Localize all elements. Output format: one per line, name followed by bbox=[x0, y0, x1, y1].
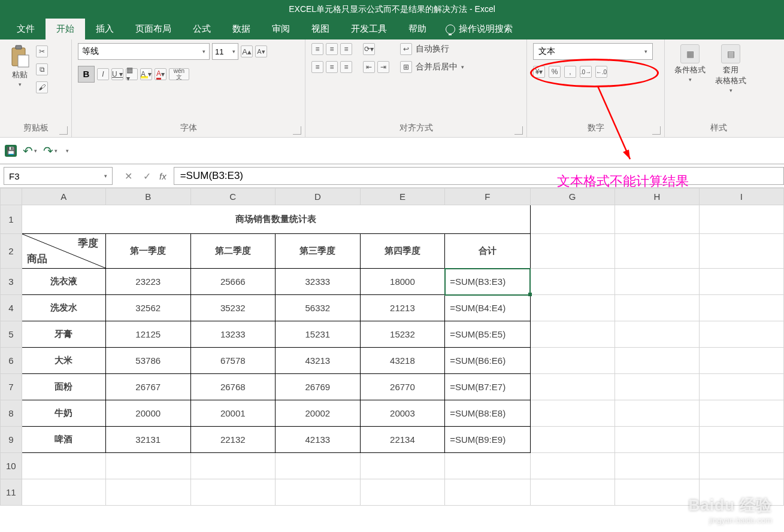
cell-I7[interactable] bbox=[699, 374, 783, 400]
menu-review[interactable]: 审阅 bbox=[261, 19, 301, 39]
border-button[interactable]: ▦ ▾ bbox=[126, 68, 138, 80]
cell-F5[interactable]: =SUM(B5:E5) bbox=[445, 321, 530, 348]
increase-font-button[interactable]: A▴ bbox=[241, 45, 253, 57]
cell-H10[interactable] bbox=[615, 453, 699, 479]
menu-home[interactable]: 开始 bbox=[46, 19, 85, 39]
formula-input[interactable]: =SUM(B3:E3) bbox=[174, 167, 784, 185]
cell-G4[interactable] bbox=[530, 295, 615, 321]
cut-button[interactable]: ✂ bbox=[36, 45, 48, 57]
col-header-C[interactable]: C bbox=[190, 189, 276, 205]
align-middle-button[interactable]: ≡ bbox=[326, 43, 338, 55]
cell-E6[interactable]: 43218 bbox=[360, 348, 445, 374]
cell-E5[interactable]: 15232 bbox=[360, 321, 445, 348]
cell-C9[interactable]: 22132 bbox=[190, 427, 276, 453]
cell-H5[interactable] bbox=[615, 321, 699, 348]
decrease-decimal-button[interactable]: ←.0 bbox=[595, 66, 607, 78]
cell-D9[interactable]: 42133 bbox=[276, 427, 361, 453]
cell-A7[interactable]: 面粉 bbox=[22, 374, 105, 400]
launcher-icon[interactable] bbox=[652, 126, 661, 135]
underline-button[interactable]: U ▾ bbox=[111, 68, 123, 80]
cancel-formula-button[interactable]: ✕ bbox=[125, 171, 132, 182]
percent-button[interactable]: % bbox=[549, 66, 561, 78]
cell-F3[interactable]: =SUM(B3:E3) bbox=[445, 269, 530, 295]
cell-I3[interactable] bbox=[699, 269, 783, 295]
cell-C2[interactable]: 第二季度 bbox=[190, 234, 276, 269]
cell-B5[interactable]: 12125 bbox=[105, 321, 190, 348]
menu-help[interactable]: 帮助 bbox=[398, 19, 437, 39]
tell-me-search[interactable]: 操作说明搜索 bbox=[437, 19, 521, 39]
merge-center-button[interactable]: ⊞合并后居中▾ bbox=[400, 61, 464, 73]
cell-D7[interactable]: 26769 bbox=[276, 374, 361, 400]
cell-E10[interactable] bbox=[360, 453, 445, 479]
cell-A5[interactable]: 牙膏 bbox=[22, 321, 105, 348]
cell-H3[interactable] bbox=[615, 269, 699, 295]
cell-B4[interactable]: 32562 bbox=[105, 295, 190, 321]
cell-A8[interactable]: 牛奶 bbox=[22, 400, 105, 427]
cell-F11[interactable] bbox=[445, 479, 530, 506]
orientation-button[interactable]: ⟳▾ bbox=[363, 43, 375, 55]
menu-dev[interactable]: 开发工具 bbox=[340, 19, 398, 39]
cell-G3[interactable] bbox=[530, 269, 615, 295]
col-header-G[interactable]: G bbox=[530, 189, 615, 205]
cell-C4[interactable]: 35232 bbox=[190, 295, 276, 321]
cell-B10[interactable] bbox=[105, 453, 190, 479]
italic-button[interactable]: I bbox=[97, 68, 109, 80]
cell-G6[interactable] bbox=[530, 348, 615, 374]
row-header-4[interactable]: 4 bbox=[1, 295, 22, 321]
cell-F2[interactable]: 合计 bbox=[445, 234, 530, 269]
increase-decimal-button[interactable]: .0→ bbox=[580, 66, 592, 78]
cell-G10[interactable] bbox=[530, 453, 615, 479]
cell-E9[interactable]: 22134 bbox=[360, 427, 445, 453]
cell-A4[interactable]: 洗发水 bbox=[22, 295, 105, 321]
cell-E7[interactable]: 26770 bbox=[360, 374, 445, 400]
launcher-icon[interactable] bbox=[514, 126, 523, 135]
qat-customize[interactable]: ▾ bbox=[66, 148, 69, 154]
cell-E4[interactable]: 21213 bbox=[360, 295, 445, 321]
cell-A11[interactable] bbox=[22, 479, 105, 506]
font-size-select[interactable]: 11▾ bbox=[212, 43, 238, 60]
align-left-button[interactable]: ≡ bbox=[311, 61, 323, 73]
row-header-3[interactable]: 3 bbox=[1, 269, 22, 295]
fx-icon[interactable]: fx bbox=[159, 171, 174, 181]
cell-D11[interactable] bbox=[276, 479, 361, 506]
cell-I4[interactable] bbox=[699, 295, 783, 321]
row-header-5[interactable]: 5 bbox=[1, 321, 22, 348]
cell-A3[interactable]: 洗衣液 bbox=[22, 269, 105, 295]
cell-F8[interactable]: =SUM(B8:E8) bbox=[445, 400, 530, 427]
cell-G8[interactable] bbox=[530, 400, 615, 427]
col-header-B[interactable]: B bbox=[105, 189, 190, 205]
name-box[interactable]: F3▾ bbox=[4, 167, 113, 185]
cell-E8[interactable]: 20003 bbox=[360, 400, 445, 427]
cell-A6[interactable]: 大米 bbox=[22, 348, 105, 374]
cell-E2[interactable]: 第四季度 bbox=[360, 234, 445, 269]
row-header-9[interactable]: 9 bbox=[1, 427, 22, 453]
launcher-icon[interactable] bbox=[59, 126, 68, 135]
col-header-E[interactable]: E bbox=[360, 189, 445, 205]
increase-indent-button[interactable]: ⇥ bbox=[377, 61, 389, 73]
cell-A2[interactable]: 季度商品 bbox=[22, 234, 105, 269]
cell-I5[interactable] bbox=[699, 321, 783, 348]
align-right-button[interactable]: ≡ bbox=[340, 61, 352, 73]
row-header-8[interactable]: 8 bbox=[1, 400, 22, 427]
wrap-text-button[interactable]: ↩自动换行 bbox=[400, 43, 464, 55]
cell-D8[interactable]: 20002 bbox=[276, 400, 361, 427]
format-painter-button[interactable]: 🖌 bbox=[36, 81, 48, 93]
align-center-button[interactable]: ≡ bbox=[326, 61, 338, 73]
cell-C3[interactable]: 25666 bbox=[190, 269, 276, 295]
cell-H7[interactable] bbox=[615, 374, 699, 400]
menu-formulas[interactable]: 公式 bbox=[182, 19, 222, 39]
cell-F6[interactable]: =SUM(B6:E6) bbox=[445, 348, 530, 374]
row-header-7[interactable]: 7 bbox=[1, 374, 22, 400]
cell-H2[interactable] bbox=[615, 234, 699, 269]
select-all-corner[interactable] bbox=[1, 189, 22, 205]
cell-D10[interactable] bbox=[276, 453, 361, 479]
number-format-select[interactable]: 文本▾ bbox=[533, 43, 653, 60]
cell-I6[interactable] bbox=[699, 348, 783, 374]
cell-G1[interactable] bbox=[530, 205, 615, 234]
redo-button[interactable]: ↷▾ bbox=[43, 144, 57, 158]
align-top-button[interactable]: ≡ bbox=[311, 43, 323, 55]
cell-C10[interactable] bbox=[190, 453, 276, 479]
cell-I9[interactable] bbox=[699, 427, 783, 453]
row-header-10[interactable]: 10 bbox=[1, 453, 22, 479]
cell-A10[interactable] bbox=[22, 453, 105, 479]
